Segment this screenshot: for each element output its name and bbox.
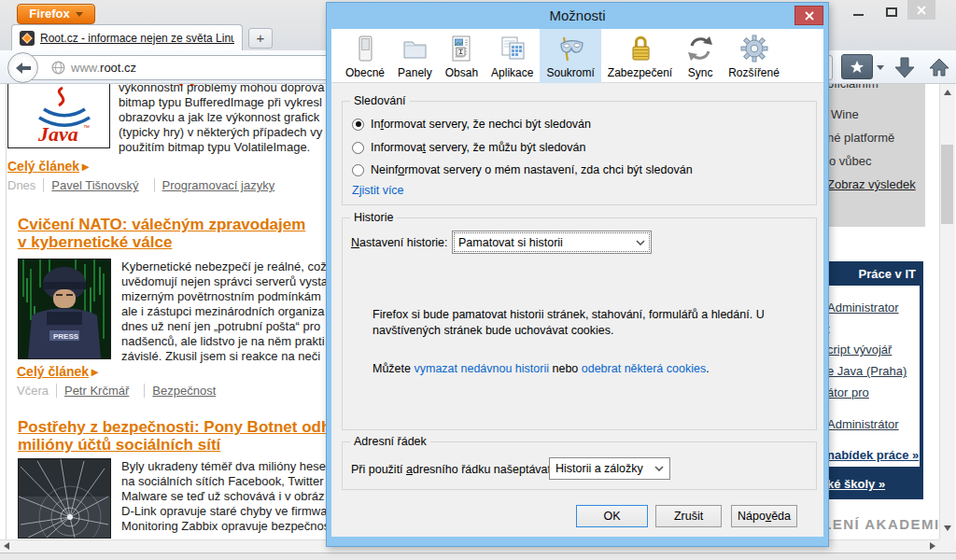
security-lock-icon [626, 34, 655, 63]
tab-tabs[interactable]: Panely [391, 29, 439, 83]
location-suggest-select[interactable]: Historii a záložky [549, 457, 670, 480]
article1-meta: Dnes Pavel Tišnovský Programovací jazyky [7, 178, 282, 192]
rootcz-favicon-icon [20, 31, 35, 46]
article2-read-more-link[interactable]: Celý článek▸ [17, 364, 98, 379]
article1-image[interactable]: Java ™ [7, 82, 110, 148]
history-mode-select[interactable]: Pamatovat si historii [452, 231, 652, 254]
job-link[interactable]: átor pro [827, 385, 869, 399]
more-jobs-link[interactable]: nabídek práce » [827, 448, 919, 462]
globe-icon [51, 61, 65, 75]
window-bottom-edge [0, 553, 956, 560]
article2-image[interactable]: PRESS [18, 259, 111, 359]
tab-applications[interactable]: Aplikace [485, 29, 540, 83]
dialog-close-button[interactable] [794, 6, 823, 25]
advanced-gear-icon [739, 34, 769, 63]
tracking-legend: Sledování [350, 94, 410, 107]
content-page-icon [446, 34, 476, 63]
article2-meta: Včera Petr Krčmář Bezpečnost [17, 384, 223, 398]
chevron-down-icon [636, 240, 645, 245]
arrow-right-icon: ▸ [91, 364, 98, 379]
options-dialog: Možnosti Obecné Panely [326, 2, 829, 547]
remove-cookies-link[interactable]: odebrat některá cookies [582, 362, 706, 375]
radio-allow-track[interactable]: Informovat servery, že můžu být sledován [352, 141, 585, 154]
schools-link[interactable]: ké školy » [827, 477, 885, 491]
tab-title: Root.cz - informace nejen ze světa Linux… [40, 32, 234, 45]
chevron-down-icon [654, 466, 664, 471]
history-actions-line: Můžete vymazat nedávnou historii nebo od… [373, 361, 785, 377]
poll-results-link[interactable]: Zobraz výsledek [827, 177, 916, 191]
java-logo: Java ™ [10, 85, 107, 147]
article1-date: Dnes [7, 178, 35, 192]
home-button[interactable] [928, 57, 950, 77]
browser-tab-rootcz[interactable]: Root.cz - informace nejen ze světa Linux… [11, 24, 243, 50]
url-prefix: www. [71, 61, 100, 75]
firefox-menu-button[interactable]: Firefox [17, 4, 95, 24]
tab-sync[interactable]: Sync [679, 29, 722, 83]
scroll-left-icon[interactable] [4, 542, 9, 550]
close-icon [917, 6, 926, 15]
window-close-button[interactable] [907, 0, 935, 20]
history-group: Historie Nastavení historie: Pamatovat s… [342, 217, 817, 430]
clear-history-link[interactable]: vymazat nedávnou historii [414, 362, 549, 375]
maximize-button[interactable] [886, 7, 897, 17]
new-tab-button[interactable]: + [248, 28, 273, 49]
article1-read-more-link[interactable]: Celý článek▸ [7, 159, 89, 174]
arrow-right-icon: ▸ [82, 159, 89, 174]
scrollbar-corner [939, 539, 956, 553]
svg-text:™: ™ [83, 124, 90, 131]
back-button[interactable] [7, 52, 38, 83]
article2-title-link[interactable]: Cvičení NATO: válečným zpravodajem v kyb… [18, 216, 305, 251]
general-switch-icon [350, 34, 380, 63]
tab-advanced[interactable]: Rozšířené [722, 29, 786, 83]
history-description: Firefox si bude pamatovat historii strán… [373, 307, 785, 339]
article3-title-link[interactable]: Postřehy z bezpečnosti: Pony Botnet odh … [18, 418, 330, 454]
scroll-up-icon[interactable] [944, 90, 951, 95]
help-button[interactable]: Nápověda [731, 505, 797, 527]
home-house-icon [928, 57, 950, 77]
article3-image[interactable] [18, 458, 111, 539]
svg-text:PRESS: PRESS [53, 332, 79, 341]
location-bar-group: Adresní řádek Při použití adresního řádk… [342, 441, 817, 490]
job-link[interactable]: Administrátor [827, 417, 899, 431]
tab-general[interactable]: Obecné [339, 29, 391, 83]
learn-more-link[interactable]: Zjistit více [352, 184, 404, 197]
chevron-down-icon [76, 12, 83, 17]
downloads-button[interactable] [894, 57, 915, 78]
back-arrow-icon [15, 62, 32, 75]
url-domain: root.cz [100, 61, 136, 75]
article1-author-link[interactable]: Pavel Tišnovský [43, 178, 138, 192]
article2-category-link[interactable]: Bezpečnost [144, 384, 216, 398]
article3-excerpt: Byly ukradeny téměř dva milióny hese na … [121, 459, 338, 534]
job-link[interactable]: cript vývojář [827, 343, 892, 357]
download-arrow-icon [894, 57, 915, 78]
radio-icon [352, 142, 364, 154]
tab-security[interactable]: Zabezpečení [601, 29, 679, 83]
location-bar-legend: Adresní řádek [350, 435, 430, 448]
sync-arrows-icon [685, 34, 715, 63]
radio-do-not-track[interactable]: Informovat servery, že nechci být sledov… [352, 118, 591, 131]
vertical-scrollbar-thumb[interactable] [941, 145, 953, 224]
bookmark-star-button[interactable] [841, 54, 873, 79]
scroll-right-icon[interactable] [930, 542, 935, 550]
poll-option-fragment: né platformě [827, 131, 894, 145]
radio-icon [352, 164, 364, 176]
ok-button[interactable]: OK [576, 505, 648, 527]
scroll-down-icon[interactable] [944, 525, 951, 531]
article2-excerpt: Kybernetické nebezpečí je reálné, což uv… [121, 259, 338, 364]
privacy-mask-icon [555, 34, 585, 63]
article1-excerpt: výkonnostní problémy mohou doprová bitma… [119, 80, 335, 155]
article1-category-link[interactable]: Programovací jazyky [154, 178, 275, 192]
tab-privacy[interactable]: Soukromí [540, 29, 600, 83]
poll-option-fragment: o vůbec [829, 154, 872, 168]
cracked-glass-image [19, 459, 110, 538]
bookmark-dropdown-icon[interactable] [877, 65, 884, 70]
tab-content[interactable]: Obsah [439, 29, 485, 83]
article2-date: Včera [17, 384, 49, 398]
minimize-button[interactable] [853, 14, 864, 16]
article2-author-link[interactable]: Petr Krčmář [56, 384, 129, 398]
radio-no-preference[interactable]: Neinformovat servery o mém nastavení, zd… [352, 163, 693, 176]
job-link[interactable]: e Java (Praha) [827, 364, 907, 378]
cancel-button[interactable]: Zrušit [655, 505, 722, 527]
job-link[interactable]: Administrator [827, 301, 899, 315]
applications-icon [498, 34, 527, 63]
